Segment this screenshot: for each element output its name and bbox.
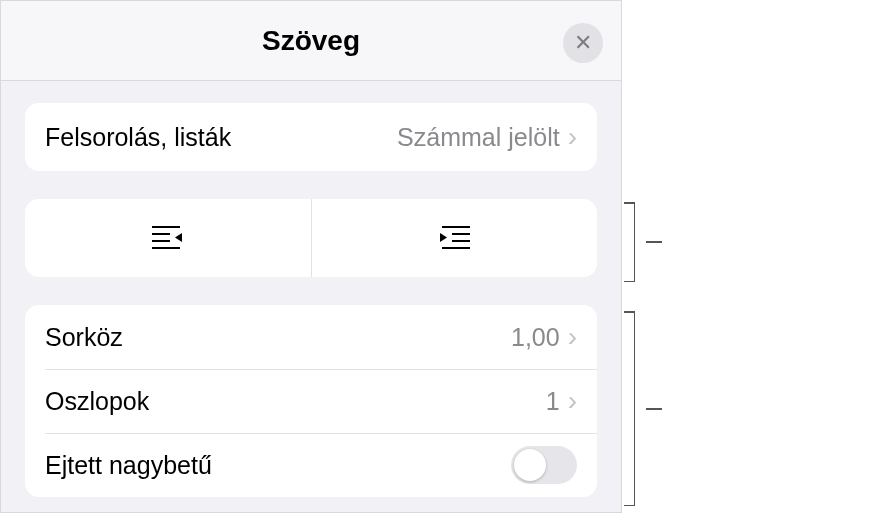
bullets-group: Felsorolás, listák Számmal jelölt › <box>25 103 597 171</box>
bullets-label: Felsorolás, listák <box>45 123 231 152</box>
bullets-row[interactable]: Felsorolás, listák Számmal jelölt › <box>25 103 597 171</box>
panel-content: Felsorolás, listák Számmal jelölt › <box>1 81 621 497</box>
callout-tick <box>646 241 662 243</box>
indent-group <box>25 199 597 277</box>
outdent-icon <box>148 223 188 253</box>
svg-marker-4 <box>175 233 182 242</box>
chevron-right-icon: › <box>568 387 577 415</box>
columns-value: 1 <box>546 387 560 416</box>
drop-cap-toggle[interactable] <box>511 446 577 484</box>
chevron-right-icon: › <box>568 123 577 151</box>
callout-bracket-indent <box>634 202 635 282</box>
chevron-right-icon: › <box>568 323 577 351</box>
columns-row[interactable]: Oszlopok 1 › <box>25 369 597 433</box>
callout-bracket-spacing <box>634 311 635 506</box>
indent-icon <box>434 223 474 253</box>
svg-marker-9 <box>440 233 447 242</box>
close-button[interactable]: ✕ <box>563 23 603 63</box>
line-spacing-row[interactable]: Sorköz 1,00 › <box>25 305 597 369</box>
drop-cap-label: Ejtett nagybetű <box>45 451 212 480</box>
text-format-panel: Szöveg ✕ Felsorolás, listák Számmal jelö… <box>0 0 622 513</box>
callouts-layer <box>622 0 878 513</box>
columns-label: Oszlopok <box>45 387 149 416</box>
panel-header: Szöveg ✕ <box>1 1 621 81</box>
line-spacing-label: Sorköz <box>45 323 123 352</box>
bullets-value: Számmal jelölt <box>397 123 560 152</box>
toggle-knob <box>514 449 546 481</box>
indent-button[interactable] <box>311 199 597 277</box>
outdent-button[interactable] <box>25 199 311 277</box>
callout-tick <box>646 408 662 410</box>
spacing-group: Sorköz 1,00 › Oszlopok 1 › Ejtett nagybe… <box>25 305 597 497</box>
close-icon: ✕ <box>574 30 592 56</box>
drop-cap-row: Ejtett nagybetű <box>25 433 597 497</box>
line-spacing-value: 1,00 <box>511 323 560 352</box>
panel-title: Szöveg <box>262 25 360 57</box>
